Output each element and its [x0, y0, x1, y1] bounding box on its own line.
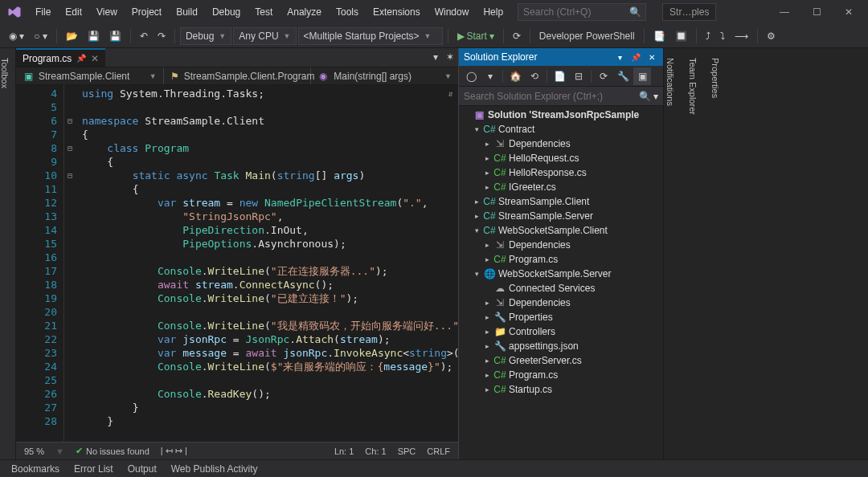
- tree-node[interactable]: ▸C#Program.cs: [459, 368, 663, 382]
- menu-view[interactable]: View: [90, 3, 124, 21]
- config-dropdown[interactable]: Debug▼: [180, 27, 231, 45]
- prev-issue-button[interactable]: | ↤ ↦ |: [161, 446, 187, 456]
- connsvc-icon: ☁: [493, 283, 506, 294]
- menu-tools[interactable]: Tools: [330, 3, 365, 21]
- tree-node[interactable]: ☁Connected Services: [459, 281, 663, 296]
- tree-node[interactable]: ▸C#StreamSample.Server: [459, 209, 663, 223]
- live-share-button[interactable]: 📑: [649, 27, 669, 45]
- issues-status[interactable]: ✔ No issues found: [76, 446, 149, 456]
- dev-shell-button[interactable]: Developer PowerShell: [535, 27, 639, 45]
- open-file-button[interactable]: 📂: [62, 27, 82, 45]
- save-button[interactable]: 💾: [84, 27, 104, 45]
- find-in-files-button[interactable]: 🔲: [671, 27, 691, 45]
- nav-forward-button[interactable]: ○ ▾: [30, 27, 51, 45]
- left-tool-well[interactable]: Toolbox: [0, 48, 16, 459]
- pin-window-icon[interactable]: 📌: [629, 51, 642, 63]
- tool-team-explorer[interactable]: Team Explorer: [686, 53, 699, 459]
- tree-node[interactable]: ▸⇲Dependencies: [459, 238, 663, 252]
- preview-next-button[interactable]: ▾: [429, 48, 442, 66]
- step-into-button[interactable]: ⤵: [716, 27, 729, 45]
- se-properties-button[interactable]: 🔧: [614, 67, 632, 85]
- redo-button[interactable]: ↷: [154, 27, 170, 45]
- maximize-button[interactable]: ☐: [800, 0, 833, 24]
- scroll-split-icon[interactable]: ⇵: [448, 87, 458, 96]
- close-window-icon[interactable]: ✕: [645, 51, 658, 63]
- tree-node[interactable]: ▸C#Program.cs: [459, 252, 663, 267]
- tree-node[interactable]: ▾C#Contract: [459, 122, 663, 137]
- startup-dropdown[interactable]: <Multiple Startup Projects>▼: [298, 27, 443, 45]
- tree-node[interactable]: ▸C#IGreeter.cs: [459, 180, 663, 194]
- tree-node[interactable]: ▸🔧Properties: [459, 310, 663, 324]
- nav-method-dropdown[interactable]: ◉ Main(string[] args)▼: [311, 67, 458, 84]
- extensions-button[interactable]: ⚙: [763, 27, 780, 45]
- menu-project[interactable]: Project: [125, 3, 168, 21]
- tree-node[interactable]: ▸C#HelloResponse.cs: [459, 165, 663, 180]
- tree-node[interactable]: ▸C#Startup.cs: [459, 382, 663, 397]
- tree-label: Dependencies: [509, 138, 571, 149]
- se-refresh-button[interactable]: ⟳: [595, 67, 612, 85]
- tree-node[interactable]: ▾🌐WebSocketSample.Server: [459, 267, 663, 281]
- start-button[interactable]: ▶ Start ▾: [453, 27, 498, 45]
- se-home-button[interactable]: 🏠: [506, 67, 524, 85]
- bottom-tab-bookmarks[interactable]: Bookmarks: [5, 462, 66, 476]
- bottom-tab-output[interactable]: Output: [121, 462, 163, 476]
- code-editor[interactable]: 4567891011121314151617181920212223242526…: [16, 85, 458, 442]
- tree-node[interactable]: ▸📁Controllers: [459, 324, 663, 339]
- tree-label: StreamSample.Client: [498, 196, 589, 207]
- tree-node[interactable]: ▸⇲Dependencies: [459, 137, 663, 151]
- tree-node[interactable]: ▣Solution 'StreamJsonRpcSample: [459, 108, 663, 122]
- rebuild-button[interactable]: ⟳: [509, 27, 525, 45]
- menu-help[interactable]: Help: [477, 3, 510, 21]
- step-over-button[interactable]: ⟶: [731, 27, 752, 45]
- tree-node[interactable]: ▸C#StreamSample.Client: [459, 194, 663, 209]
- minimize-button[interactable]: ―: [768, 0, 800, 24]
- platform-dropdown[interactable]: Any CPU▼: [233, 27, 296, 45]
- nav-class-dropdown[interactable]: ⚑ StreamSample.Client.Program▼: [164, 67, 312, 84]
- menu-file[interactable]: File: [29, 3, 57, 21]
- nav-project-dropdown[interactable]: ▣ StreamSample.Client▼: [16, 67, 164, 84]
- pin-icon[interactable]: 📌: [76, 54, 86, 63]
- se-collapse-button[interactable]: ⊟: [570, 67, 588, 85]
- se-preview-button[interactable]: ▣: [633, 67, 651, 85]
- step-out-button[interactable]: ⤴: [702, 27, 714, 45]
- tree-label: Properties: [509, 312, 553, 323]
- tree-node[interactable]: ▸C#HelloRequest.cs: [459, 151, 663, 165]
- menu-test[interactable]: Test: [248, 3, 279, 21]
- se-search-input[interactable]: [464, 91, 639, 102]
- close-button[interactable]: ✕: [833, 0, 865, 24]
- bottom-tab-error-list[interactable]: Error List: [68, 462, 120, 476]
- save-all-button[interactable]: 💾: [105, 27, 125, 45]
- quick-search[interactable]: 🔍: [518, 3, 646, 21]
- tree-node[interactable]: ▸C#GreeterServer.cs: [459, 353, 663, 368]
- undo-button[interactable]: ↶: [136, 27, 152, 45]
- menu-build[interactable]: Build: [170, 3, 204, 21]
- editor-tab-program[interactable]: Program.cs 📌 ✕: [16, 48, 105, 67]
- tree-node[interactable]: ▾C#WebSocketSample.Client: [459, 223, 663, 238]
- menu-analyze[interactable]: Analyze: [280, 3, 328, 21]
- tree-label: Contract: [498, 124, 534, 135]
- window-dropdown-icon[interactable]: ▾: [613, 51, 626, 63]
- close-tab-icon[interactable]: ✕: [91, 53, 99, 64]
- tool-notifications[interactable]: Notifications: [664, 53, 677, 459]
- solution-explorer-header[interactable]: Solution Explorer ▾ 📌 ✕: [459, 48, 663, 66]
- tool-properties[interactable]: Properties: [709, 53, 722, 459]
- tree-node[interactable]: ▸⇲Dependencies: [459, 296, 663, 310]
- cs-icon: C#: [493, 254, 506, 265]
- se-showall-button[interactable]: 📄: [551, 67, 568, 85]
- se-sync-button[interactable]: ⟲: [526, 67, 543, 85]
- quick-search-input[interactable]: [523, 6, 620, 18]
- search-icon: 🔍: [629, 6, 641, 18]
- menu-debug[interactable]: Debug: [206, 3, 247, 21]
- zoom-level[interactable]: 95 %: [24, 446, 44, 456]
- right-tool-well[interactable]: NotificationsTeam ExplorerProperties: [663, 48, 868, 459]
- menu-extensions[interactable]: Extensions: [366, 3, 427, 21]
- tree-node[interactable]: ▸🔧appsettings.json: [459, 339, 663, 353]
- nav-back-button[interactable]: ◉ ▾: [5, 27, 28, 45]
- se-back-button[interactable]: ◯: [462, 67, 480, 85]
- solution-tree[interactable]: ▣Solution 'StreamJsonRpcSample▾C#Contrac…: [459, 106, 663, 459]
- menu-edit[interactable]: Edit: [59, 3, 88, 21]
- se-fwd-button[interactable]: ▾: [481, 67, 499, 85]
- full-screen-button[interactable]: ✶: [442, 48, 458, 66]
- bottom-tab-web-publish-activity[interactable]: Web Publish Activity: [165, 462, 264, 476]
- menu-window[interactable]: Window: [428, 3, 476, 21]
